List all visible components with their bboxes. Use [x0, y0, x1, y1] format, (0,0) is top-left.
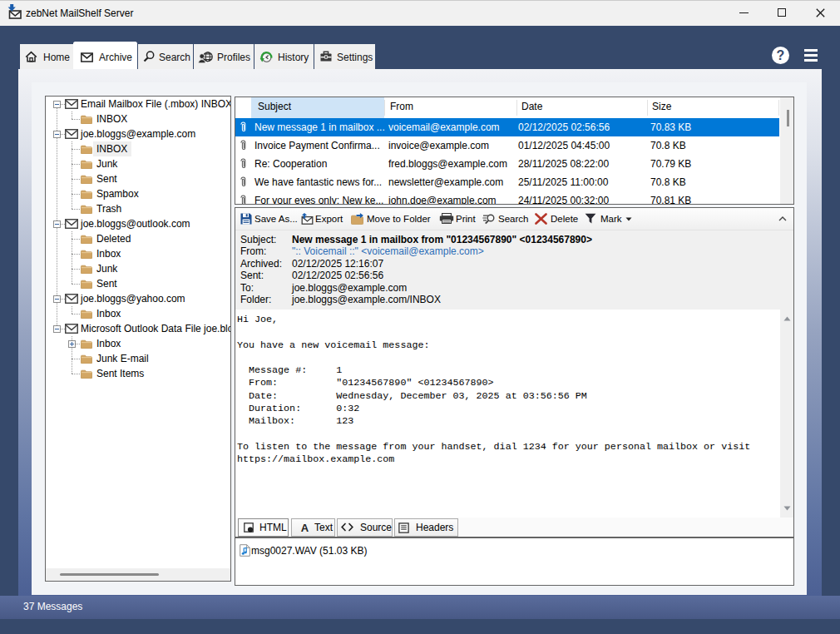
svg-text:A: A — [301, 523, 309, 533]
